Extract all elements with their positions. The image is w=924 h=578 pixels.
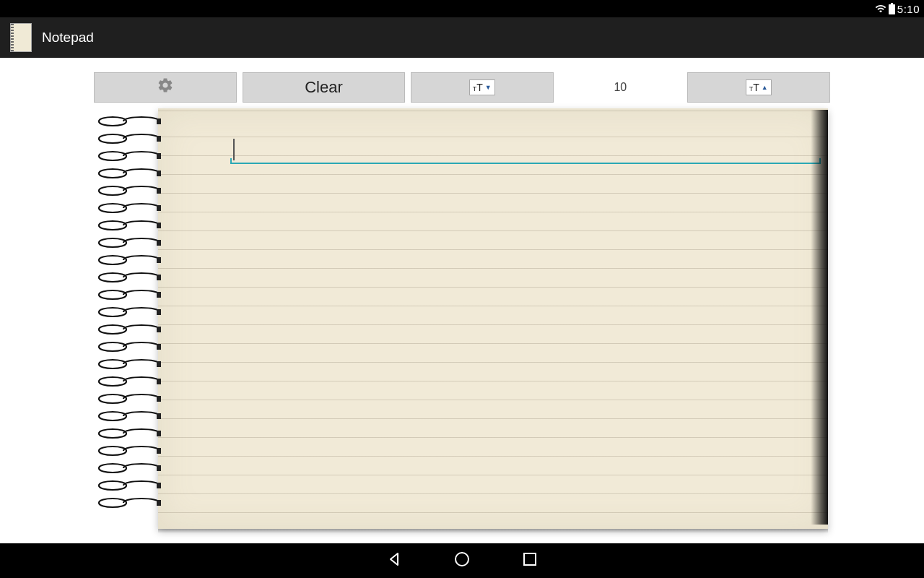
toolbar: Clear TT ▼ 10 TT ▲ xyxy=(94,72,830,103)
clear-button-label: Clear xyxy=(305,78,343,97)
spiral-ring xyxy=(96,288,162,302)
svg-point-23 xyxy=(456,553,468,566)
app-bar: Notepad xyxy=(0,17,924,58)
svg-rect-10 xyxy=(157,292,161,298)
spiral-ring xyxy=(96,201,162,215)
navigation-bar xyxy=(0,543,924,578)
svg-rect-21 xyxy=(157,483,161,488)
wifi-icon xyxy=(875,3,886,14)
clear-button[interactable]: Clear xyxy=(243,72,404,103)
spiral-ring xyxy=(96,305,162,319)
spiral-ring xyxy=(96,218,162,233)
spiral-ring xyxy=(96,270,162,285)
svg-rect-1 xyxy=(157,136,161,142)
spiral-ring xyxy=(96,131,162,146)
nav-recent-button[interactable] xyxy=(521,551,539,571)
svg-rect-20 xyxy=(157,465,161,471)
paper-edge-shadow xyxy=(811,110,828,525)
text-cursor xyxy=(233,139,235,160)
svg-rect-0 xyxy=(157,118,161,124)
app-title: Notepad xyxy=(42,30,94,46)
spiral-ring xyxy=(96,253,162,267)
svg-rect-3 xyxy=(157,171,161,176)
spiral-ring xyxy=(96,184,162,198)
font-size-decrease-icon: TT ▼ xyxy=(469,79,495,95)
font-size-value: 10 xyxy=(559,72,681,103)
content-area: Clear TT ▼ 10 TT ▲ xyxy=(0,58,924,543)
svg-rect-24 xyxy=(524,553,536,565)
svg-rect-2 xyxy=(157,153,161,159)
spiral-ring xyxy=(96,357,162,371)
spiral-ring xyxy=(96,166,162,181)
spiral-ring xyxy=(96,426,162,441)
svg-rect-7 xyxy=(157,240,161,246)
font-size-decrease-button[interactable]: TT ▼ xyxy=(411,72,554,103)
spiral-ring xyxy=(96,322,162,337)
svg-rect-6 xyxy=(157,223,161,228)
spiral-ring xyxy=(96,114,162,129)
svg-rect-14 xyxy=(157,361,161,367)
svg-rect-4 xyxy=(157,188,161,194)
spiral-binding xyxy=(96,114,165,520)
notepad-paper[interactable] xyxy=(158,108,828,529)
svg-rect-8 xyxy=(157,257,161,263)
spiral-ring xyxy=(96,392,162,406)
spiral-ring xyxy=(96,461,162,475)
status-bar: 5:10 xyxy=(0,0,924,17)
svg-rect-16 xyxy=(157,396,161,402)
spiral-ring xyxy=(96,236,162,250)
spiral-ring xyxy=(96,409,162,423)
gear-icon xyxy=(157,77,174,98)
svg-rect-19 xyxy=(157,448,161,454)
svg-rect-11 xyxy=(157,309,161,315)
nav-back-button[interactable] xyxy=(385,551,403,571)
settings-button[interactable] xyxy=(94,72,237,103)
font-size-increase-icon: TT ▲ xyxy=(746,79,772,95)
svg-rect-22 xyxy=(157,500,161,506)
nav-home-button[interactable] xyxy=(453,551,471,571)
svg-rect-15 xyxy=(157,379,161,384)
status-clock: 5:10 xyxy=(897,3,920,15)
svg-rect-17 xyxy=(157,413,161,419)
spiral-ring xyxy=(96,496,162,510)
text-input-underline xyxy=(230,163,821,164)
svg-rect-12 xyxy=(157,327,161,332)
notepad[interactable] xyxy=(96,108,828,529)
svg-rect-18 xyxy=(157,431,161,436)
svg-rect-13 xyxy=(157,344,161,350)
spiral-ring xyxy=(96,374,162,389)
spiral-ring xyxy=(96,478,162,493)
svg-rect-5 xyxy=(157,205,161,211)
spiral-ring xyxy=(96,444,162,458)
spiral-ring xyxy=(96,340,162,354)
spiral-ring xyxy=(96,149,162,163)
battery-icon xyxy=(889,3,895,14)
app-icon xyxy=(10,23,32,52)
svg-rect-9 xyxy=(157,275,161,280)
font-size-increase-button[interactable]: TT ▲ xyxy=(687,72,830,103)
